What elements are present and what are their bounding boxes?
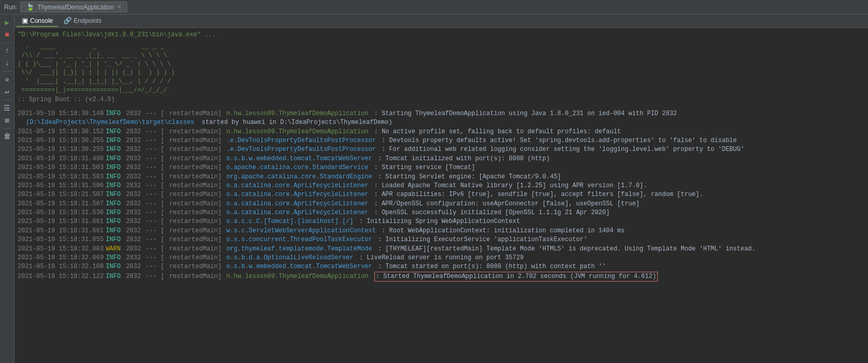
log-message: : [THYMELEAF][restartedMain] Template Mo… [378, 245, 755, 254]
rerun-button[interactable]: ▶ [2, 17, 13, 28]
log-thread: restartedMain] [169, 155, 225, 163]
log-sep: --- [ [142, 254, 168, 262]
wrap-button[interactable]: ↩ [2, 86, 13, 97]
console-tab-label: Console [30, 17, 53, 24]
log-line: 2021-05-19 15:18:32.069 INFO 2832 --- [ … [16, 254, 864, 262]
toolbar-separator-3 [3, 100, 12, 100]
log-thread: restartedMain] [169, 227, 225, 235]
log-thread: restartedMain] [169, 245, 225, 254]
log-class: o.s.s.concurrent.ThreadPoolTaskExecutor [226, 235, 376, 244]
log-level: INFO [106, 190, 124, 199]
run-label: Run: [4, 4, 17, 11]
toolbar-separator-1 [3, 43, 12, 43]
filter-button[interactable]: ☰ [2, 102, 13, 114]
log-thread: restartedMain] [169, 145, 225, 154]
log-sep: --- [ [142, 190, 168, 199]
settings-button[interactable]: ⚙ [2, 74, 13, 85]
left-toolbar: ▶ ■ ↑ ↓ ⚙ ↩ ☰ ⊞ 🗑 [0, 15, 15, 363]
console-tab[interactable]: ▣ Console [17, 15, 58, 27]
console-tab-icon: ▣ [22, 17, 28, 24]
log-line: 2021-05-19 15:18:31.506 INFO 2832 --- [ … [16, 182, 864, 190]
log-timestamp: 2021-05-19 15:18:31.490 [18, 155, 104, 163]
log-timestamp: 2021-05-19 15:18:31.507 [18, 190, 104, 199]
log-level: INFO [106, 262, 124, 271]
log-sep: --- [ [142, 208, 168, 217]
run-tab-label: ThymeleafDemoApplication [37, 4, 114, 11]
log-level: INFO [106, 254, 124, 262]
spring-version-line: :: Spring Boot :: (v2.4.5) [16, 96, 864, 105]
log-line-final: 2021-05-19 15:18:32.122 INFO 2832 --- [ … [16, 272, 864, 282]
log-pid: 2832 [126, 163, 141, 172]
tabs-bar: ▣ Console 🔗 Endpoints [15, 15, 868, 28]
log-class: o.apache.catalina.core.StandardService [226, 163, 372, 172]
log-level: INFO [106, 128, 124, 136]
endpoints-tab[interactable]: 🔗 Endpoints [58, 15, 106, 27]
log-line: 2021-05-19 15:18:30.255 INFO 2832 --- [ … [16, 145, 864, 154]
scroll-down-button[interactable]: ↓ [2, 58, 13, 69]
log-timestamp: 2021-05-19 15:18:31.855 [18, 235, 104, 244]
log-pid: 2832 [126, 235, 141, 244]
log-sep: --- [ [142, 109, 168, 118]
log-pid: 2832 [126, 182, 141, 190]
log-sep: --- [ [142, 145, 168, 154]
log-line: 2021-05-19 15:18:31.536 INFO 2832 --- [ … [16, 208, 864, 217]
trash-button[interactable]: 🗑 [2, 131, 13, 142]
run-tab[interactable]: 🍃 ThymeleafDemoApplication ✕ [20, 2, 127, 12]
leaf-icon: 🍃 [26, 3, 34, 11]
log-message: : APR/OpenSSL configuration: useAprConne… [374, 200, 640, 208]
log-timestamp: 2021-05-19 15:18:31.506 [18, 182, 104, 190]
log-sep: --- [ [142, 200, 168, 208]
stop-button[interactable]: ■ [2, 29, 13, 40]
log-message: : For additional web related logging con… [382, 145, 744, 154]
log-pid: 2832 [126, 272, 141, 281]
log-thread: restartedMain] [169, 128, 225, 136]
log-timestamp: 2021-05-19 15:18:31.661 [18, 217, 104, 226]
log-line: 2021-05-19 15:18:31.490 INFO 2832 --- [ … [16, 155, 864, 163]
console-output[interactable]: "D:\Program Files\Java\jdk1.8.0_231\bin\… [15, 28, 868, 363]
log-message: : Tomcat started on port(s): 8080 (http)… [378, 262, 606, 271]
log-thread: restartedMain] [169, 254, 225, 262]
log-level: INFO [106, 217, 124, 226]
print-button[interactable]: ⊞ [2, 115, 13, 126]
log-timestamp: 2021-05-19 15:18:31.503 [18, 173, 104, 182]
cmd-text: "D:\Program Files\Java\jdk1.8.0_231\bin\… [18, 31, 216, 38]
log-sep: --- [ [142, 128, 168, 136]
close-tab-button[interactable]: ✕ [117, 4, 121, 10]
log-class: o.s.b.w.embedded.tomcat.TomcatWebServer [226, 262, 376, 271]
toolbar-separator-2 [3, 71, 12, 72]
log-level: INFO [106, 182, 124, 190]
log-message: : OpenSSL successfully initialized [Open… [374, 208, 610, 217]
log-message-highlighted: : Started ThymeleafDemoApplication in 2.… [374, 272, 658, 282]
log-message: : Starting ThymeleafDemoApplication usin… [374, 109, 677, 118]
log-timestamp: 2021-05-19 15:18:30.255 [18, 145, 104, 154]
log-thread: restartedMain] [169, 163, 225, 172]
log-message: : Initializing ExecutorService 'applicat… [378, 235, 587, 244]
log-pid: 2832 [126, 173, 141, 182]
cmd-line: "D:\Program Files\Java\jdk1.8.0_231\bin\… [16, 30, 864, 39]
log-message: : Starting service [Tomcat] [374, 163, 475, 172]
log-pid: 2832 [126, 208, 141, 217]
log-message: : Loaded Apache Tomcat Native library [1… [374, 182, 647, 190]
log-line: 2021-05-19 15:18:30.152 INFO 2832 --- [ … [16, 128, 864, 136]
log-line: 2021-05-19 15:18:32.108 INFO 2832 --- [ … [16, 262, 864, 271]
log-line: 2021-05-19 15:18:31.503 INFO 2832 --- [ … [16, 173, 864, 182]
log-message: : Root WebApplicationContext: initializa… [382, 227, 625, 235]
log-pid: 2832 [126, 155, 141, 163]
log-link: (D:\IdeaProjects\ThymeleafDemo\target\cl… [26, 119, 194, 126]
log-thread: restartedMain] [169, 190, 225, 199]
log-pid: 2832 [126, 217, 141, 226]
run-bar: Run: 🍃 ThymeleafDemoApplication ✕ [0, 0, 868, 15]
log-pid: 2832 [126, 245, 141, 254]
log-line: 2021-05-19 15:18:30.149 INFO 2832 --- [ … [16, 109, 864, 118]
log-class: w.s.c.ServletWebServerApplicationContext [226, 227, 379, 235]
log-thread: restartedMain] [169, 136, 225, 145]
content-area: ▣ Console 🔗 Endpoints "D:\Program Files\… [15, 15, 868, 363]
log-pid: 2832 [126, 190, 141, 199]
log-pid: 2832 [126, 128, 141, 136]
scroll-up-button[interactable]: ↑ [2, 45, 13, 57]
log-class: o.a.catalina.core.AprLifecycleListener [226, 190, 372, 199]
log-class: o.s.b.w.embedded.tomcat.TomcatWebServer [226, 155, 376, 163]
log-thread: restartedMain] [169, 208, 225, 217]
log-level: INFO [106, 136, 124, 145]
log-line: 2021-05-19 15:18:30.255 INFO 2832 --- [ … [16, 136, 864, 145]
